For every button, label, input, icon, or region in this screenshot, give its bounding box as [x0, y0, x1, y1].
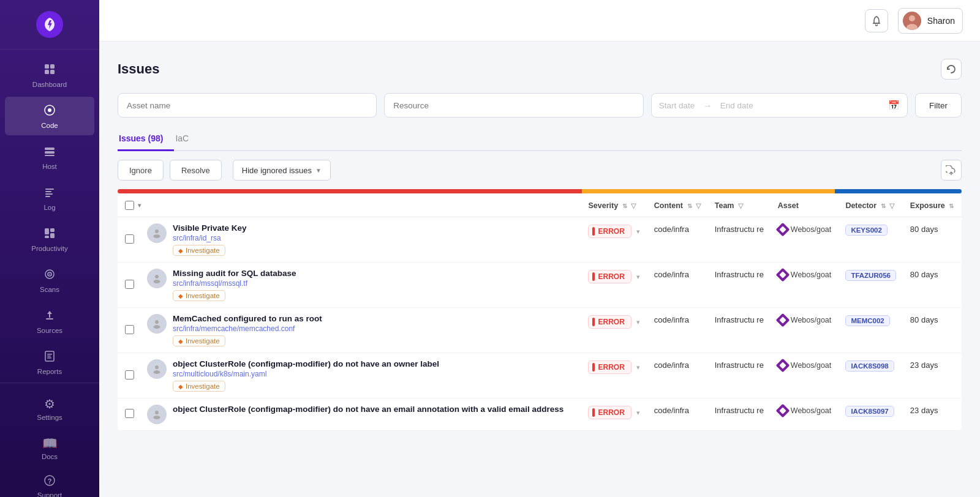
row-exposure-cell: 23 days: [904, 398, 962, 431]
row-checkbox-3[interactable]: [125, 370, 134, 379]
issue-path[interactable]: src/multicloud/k8s/main.yaml: [173, 370, 439, 378]
hide-ignored-button[interactable]: Hide ignored issues ▼: [233, 160, 331, 181]
sidebar-item-host[interactable]: Host: [5, 138, 94, 176]
team-value: Infrastructu re: [715, 315, 764, 324]
investigate-badge[interactable]: ◆Investigate: [173, 335, 225, 346]
issue-path[interactable]: src/infra/memcache/memcached.conf: [173, 324, 322, 333]
table-row: Missing audit for SQL database src/infra…: [118, 263, 962, 308]
tab-iac[interactable]: IaC: [174, 129, 200, 151]
docs-icon: 📖: [42, 436, 58, 450]
asset-link[interactable]: Webos/goat: [778, 225, 834, 234]
asset-value: Webos/goat: [791, 271, 831, 279]
refresh-button[interactable]: [941, 59, 962, 80]
export-cloud-button[interactable]: [941, 160, 962, 181]
scans-icon: [43, 268, 56, 283]
asset-link[interactable]: Webos/goat: [778, 406, 834, 416]
content-sort-icon[interactable]: ⇅: [687, 203, 692, 209]
end-date-label: End date: [720, 101, 753, 110]
issue-info: Missing audit for SQL database src/infra…: [173, 269, 296, 301]
issue-avatar: [147, 314, 167, 334]
sidebar-item-productivity[interactable]: Productivity: [5, 220, 94, 258]
issue-path[interactable]: src/infra/mssql/mssql.tf: [173, 279, 296, 288]
team-value: Infrastructu re: [715, 361, 764, 370]
row-team-cell: Infrastructu re: [709, 263, 772, 308]
investigate-dot-icon: ◆: [178, 338, 183, 345]
sidebar: Dashboard Code Host Log: [0, 0, 99, 497]
header-chevron-icon[interactable]: ▾: [138, 202, 141, 209]
issue-path[interactable]: src/infra/id_rsa: [173, 234, 247, 242]
severity-dropdown-icon[interactable]: ▾: [636, 409, 640, 417]
investigate-badge[interactable]: ◆Investigate: [173, 290, 225, 301]
severity-dropdown-icon[interactable]: ▾: [636, 318, 640, 326]
sidebar-item-scans[interactable]: Scans: [5, 261, 94, 299]
issues-table: ▾ Severity ⇅ ▽ Content ⇅ ▽: [118, 193, 962, 431]
th-team: Team ▽: [709, 193, 772, 217]
row-checkbox-0[interactable]: [125, 234, 134, 244]
detector-sort-icon[interactable]: ⇅: [881, 203, 886, 209]
sidebar-item-log[interactable]: Log: [5, 179, 94, 217]
exposure-sort-icon[interactable]: ⇅: [949, 203, 954, 209]
svg-point-37: [154, 370, 160, 374]
team-filter-icon[interactable]: ▽: [738, 202, 743, 209]
sidebar-item-settings[interactable]: ⚙ Settings: [5, 389, 94, 427]
svg-point-33: [154, 280, 160, 283]
date-range-picker[interactable]: Start date → End date 📅: [651, 93, 908, 118]
content-value: code/infra: [654, 361, 689, 370]
issue-avatar: [147, 223, 167, 243]
sidebar-item-support[interactable]: ? Support: [5, 468, 94, 497]
row-checkbox-4[interactable]: [125, 409, 134, 418]
support-icon: ?: [44, 475, 55, 489]
row-detector-cell: TFAZUR056: [839, 263, 903, 308]
filter-button[interactable]: Filter: [915, 93, 962, 118]
asset-link[interactable]: Webos/goat: [778, 315, 834, 325]
asset-label: Asset: [778, 201, 799, 210]
actions-row: Ignore Resolve Hide ignored issues ▼: [118, 160, 962, 181]
resolve-button[interactable]: Resolve: [170, 160, 222, 181]
issue-title: Visible Private Key: [173, 223, 247, 233]
row-content-cell: code/infra: [648, 398, 709, 431]
host-icon: [43, 145, 56, 160]
detector-filter-icon[interactable]: ▽: [889, 202, 894, 209]
row-checkbox-1[interactable]: [125, 280, 134, 289]
row-detector-cell: IACK8S098: [839, 353, 903, 398]
severity-bar-indicator: [592, 408, 595, 417]
sidebar-item-dashboard[interactable]: Dashboard: [5, 56, 94, 94]
sidebar-item-label-code: Code: [41, 122, 58, 129]
ignore-button[interactable]: Ignore: [118, 160, 164, 181]
svg-rect-22: [47, 354, 52, 355]
sidebar-item-label-support: Support: [37, 491, 62, 497]
content-filter-icon[interactable]: ▽: [696, 202, 701, 209]
tab-issues[interactable]: Issues (98): [118, 129, 174, 151]
svg-rect-16: [45, 236, 49, 238]
investigate-badge[interactable]: ◆Investigate: [173, 381, 225, 392]
select-all-checkbox[interactable]: [125, 201, 134, 210]
th-asset: Asset: [772, 193, 840, 217]
svg-rect-20: [46, 318, 53, 320]
sidebar-item-reports[interactable]: Reports: [5, 343, 94, 381]
investigate-badge[interactable]: ◆Investigate: [173, 245, 225, 256]
severity-sort-icon[interactable]: ⇅: [622, 203, 627, 209]
asset-link[interactable]: Webos/goat: [778, 361, 834, 370]
severity-dropdown-icon[interactable]: ▾: [636, 273, 640, 281]
severity-dropdown-icon[interactable]: ▾: [636, 228, 640, 236]
logo-icon[interactable]: [36, 11, 63, 38]
asset-value: Webos/goat: [791, 361, 831, 370]
sidebar-item-docs[interactable]: 📖 Docs: [5, 428, 94, 466]
sidebar-item-code[interactable]: Code: [5, 97, 94, 135]
asset-name-input[interactable]: [118, 93, 377, 118]
sidebar-item-label-host: Host: [42, 163, 57, 170]
svg-point-35: [154, 325, 160, 329]
severity-badge: ERROR: [588, 361, 631, 374]
row-checkbox-2[interactable]: [125, 325, 134, 334]
severity-dropdown-icon[interactable]: ▾: [636, 364, 640, 372]
detector-badge: MEMC002: [845, 315, 889, 326]
row-asset-cell: Webos/goat: [772, 353, 840, 398]
row-team-cell: Infrastructu re: [709, 353, 772, 398]
svg-point-30: [155, 230, 159, 233]
severity-filter-icon[interactable]: ▽: [631, 202, 636, 209]
sidebar-item-sources[interactable]: Sources: [5, 302, 94, 340]
user-menu[interactable]: Sharon: [898, 8, 963, 34]
resource-input[interactable]: [384, 93, 643, 118]
notification-bell[interactable]: [865, 9, 888, 32]
asset-link[interactable]: Webos/goat: [778, 270, 834, 280]
